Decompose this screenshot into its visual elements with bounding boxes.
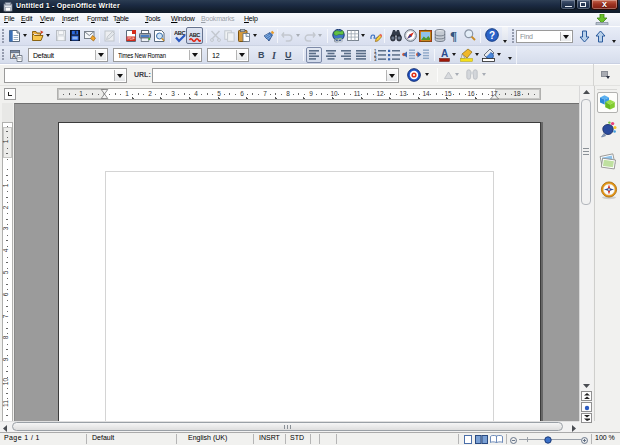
svg-text:PDF: PDF xyxy=(127,37,135,41)
svg-text:A: A xyxy=(441,48,448,59)
svg-text:A: A xyxy=(12,53,16,59)
svg-text:ABC: ABC xyxy=(189,32,200,38)
svg-text:3: 3 xyxy=(374,57,377,61)
svg-text:?: ? xyxy=(489,30,495,41)
